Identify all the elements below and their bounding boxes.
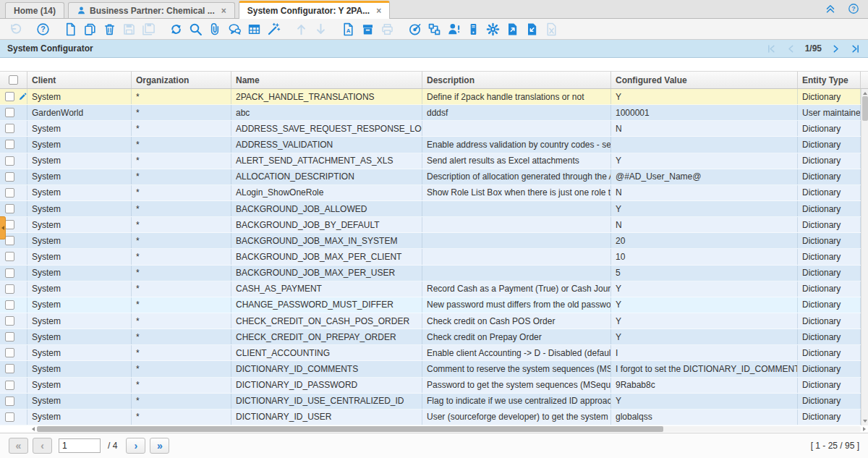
- copy-record-button[interactable]: [80, 20, 100, 38]
- cell-description: dddsf: [422, 105, 611, 120]
- last-record-button[interactable]: [850, 43, 861, 54]
- table-row[interactable]: System*ADDRESS_SAVE_REQUEST_RESPONSE_LOG…: [0, 121, 861, 137]
- row-checkbox[interactable]: [5, 124, 14, 133]
- row-checkbox[interactable]: [5, 156, 14, 166]
- table-row[interactable]: System*CLIENT_ACCOUNTINGEnable client Ac…: [0, 345, 861, 361]
- scroll-down-icon[interactable]: [863, 420, 867, 423]
- scroll-left-icon[interactable]: [32, 427, 35, 431]
- column-header-description[interactable]: Description: [422, 72, 611, 88]
- workflow-button[interactable]: [425, 20, 444, 38]
- table-row[interactable]: System*CHECK_CREDIT_ON_PREPAY_ORDERCheck…: [0, 329, 861, 345]
- cell-value: 1000001: [611, 105, 798, 120]
- import-file-button[interactable]: [522, 20, 542, 38]
- row-checkbox[interactable]: [5, 364, 14, 373]
- cell-org: *: [132, 153, 231, 169]
- help-button[interactable]: ?: [33, 20, 53, 38]
- tab-home[interactable]: Home (14): [5, 2, 64, 18]
- table-row[interactable]: System*DICTIONARY_ID_PASSWORDPassword to…: [0, 378, 861, 394]
- table-row[interactable]: System*ALERT_SEND_ATTACHMENT_AS_XLSSend …: [0, 153, 861, 169]
- row-checkbox[interactable]: [5, 332, 14, 342]
- archive-button[interactable]: [358, 20, 378, 38]
- attachment-button[interactable]: [205, 20, 225, 38]
- table-row[interactable]: System*BACKGROUND_JOB_MAX_IN_SYSTEM20Dic…: [0, 233, 861, 249]
- table-row[interactable]: System*CHANGE_PASSWORD_MUST_DIFFERNew pa…: [0, 297, 861, 313]
- find-button[interactable]: [186, 20, 205, 38]
- horizontal-scroll-thumb[interactable]: [37, 426, 663, 432]
- vertical-scroll-thumb[interactable]: [862, 96, 868, 121]
- cell-org: *: [132, 201, 231, 216]
- row-checkbox[interactable]: [5, 140, 14, 149]
- toggle-grid-button[interactable]: [244, 20, 264, 38]
- table-row[interactable]: System*DICTIONARY_ID_COMMENTSComment to …: [0, 361, 861, 377]
- table-row[interactable]: System*ALLOCATION_DESCRIPTIONDescription…: [0, 169, 861, 185]
- table-row[interactable]: System*CHECK_CREDIT_ON_CASH_POS_ORDERChe…: [0, 313, 861, 329]
- row-checkbox[interactable]: [5, 92, 14, 101]
- tab-close-icon[interactable]: ×: [221, 7, 226, 15]
- report-button[interactable]: A: [339, 20, 358, 38]
- collapse-header-icon[interactable]: [825, 3, 836, 14]
- table-row[interactable]: System*2PACK_HANDLE_TRANSLATIONSDefine i…: [0, 89, 861, 105]
- cell-name: BACKGROUND_JOB_ALLOWED: [231, 201, 422, 216]
- column-header-configured-value[interactable]: Configured Value: [611, 72, 798, 88]
- table-row[interactable]: System*BACKGROUND_JOB_BY_DEFAULTNDiction…: [0, 217, 861, 233]
- table-row[interactable]: System*ALogin_ShowOneRoleShow Role List …: [0, 185, 861, 201]
- row-checkbox[interactable]: [5, 348, 14, 357]
- export-file-button[interactable]: [503, 20, 522, 38]
- zoom-across-button[interactable]: [405, 20, 425, 38]
- row-checkbox[interactable]: [5, 236, 14, 245]
- save-icon: [122, 22, 136, 36]
- chat-button[interactable]: [225, 20, 244, 38]
- table-row[interactable]: System*ADDRESS_VALIDATIONEnable address …: [0, 137, 861, 153]
- row-checkbox[interactable]: [5, 381, 14, 390]
- row-checkbox[interactable]: [5, 396, 14, 406]
- table-row[interactable]: System*DICTIONARY_ID_USE_CENTRALIZED_IDF…: [0, 394, 861, 410]
- row-checkbox[interactable]: [5, 284, 14, 294]
- cell-description: [422, 233, 611, 248]
- next-page-button[interactable]: ›: [126, 438, 145, 454]
- vertical-scrollbar[interactable]: [861, 89, 868, 425]
- refresh-button[interactable]: [166, 20, 186, 38]
- tab-close-icon[interactable]: ×: [376, 7, 381, 15]
- mobile-view-button[interactable]: [464, 20, 483, 38]
- column-header-organization[interactable]: Organization: [132, 72, 231, 88]
- row-checkbox[interactable]: [5, 268, 14, 278]
- collapsed-panel-handle[interactable]: [0, 216, 6, 239]
- row-checkbox[interactable]: [5, 108, 14, 117]
- window-help-icon[interactable]: ?: [848, 3, 859, 14]
- row-checkbox[interactable]: [5, 220, 14, 229]
- last-page-button[interactable]: »: [150, 438, 169, 454]
- table-row[interactable]: System*CASH_AS_PAYMENTRecord Cash as a P…: [0, 281, 861, 297]
- cell-name: CLIENT_ACCOUNTING: [231, 345, 422, 360]
- row-checkbox[interactable]: [5, 300, 14, 310]
- row-checkbox[interactable]: [5, 252, 14, 261]
- table-row[interactable]: System*BACKGROUND_JOB_ALLOWEDYDictionary: [0, 201, 861, 217]
- process-button[interactable]: [264, 20, 284, 38]
- next-record-button[interactable]: [830, 43, 841, 54]
- column-header-client[interactable]: Client: [27, 72, 132, 88]
- cell-description: Record Cash as a Payment (True) or Cash …: [422, 281, 611, 297]
- horizontal-scroll-track[interactable]: [37, 426, 861, 432]
- preferences-button[interactable]: [483, 20, 503, 38]
- row-checkbox[interactable]: [5, 172, 14, 182]
- row-checkbox[interactable]: [5, 316, 14, 326]
- new-record-button[interactable]: [61, 20, 80, 38]
- tab-business-partner[interactable]: Business Partner: Chemical ...×: [68, 2, 235, 18]
- table-row[interactable]: System*DICTIONARY_ID_USERUser (sourcefor…: [0, 410, 861, 425]
- table-row[interactable]: System*BACKGROUND_JOB_MAX_PER_USER5Dicti…: [0, 266, 861, 281]
- table-row[interactable]: System*BACKGROUND_JOB_MAX_PER_CLIENT10Di…: [0, 249, 861, 265]
- scroll-up-icon[interactable]: [863, 92, 867, 95]
- horizontal-scrollbar[interactable]: [0, 425, 868, 433]
- scroll-right-icon[interactable]: [863, 427, 866, 431]
- column-header-name[interactable]: Name: [231, 72, 422, 88]
- row-checkbox[interactable]: [5, 412, 14, 422]
- tab-system-configurator[interactable]: System Configurator: Y 2PA...×: [239, 1, 390, 19]
- requests-button[interactable]: [444, 20, 464, 38]
- row-checkbox[interactable]: [5, 188, 14, 198]
- page-input[interactable]: [59, 438, 101, 453]
- select-all-checkbox[interactable]: [9, 75, 18, 85]
- column-header-entity-type[interactable]: Entity Type: [798, 72, 861, 88]
- delete-record-button[interactable]: [100, 20, 119, 38]
- row-checkbox[interactable]: [5, 204, 14, 213]
- scrollbar-corner: [861, 72, 868, 88]
- table-row[interactable]: GardenWorld*abcdddsf1000001User maintain…: [0, 105, 861, 121]
